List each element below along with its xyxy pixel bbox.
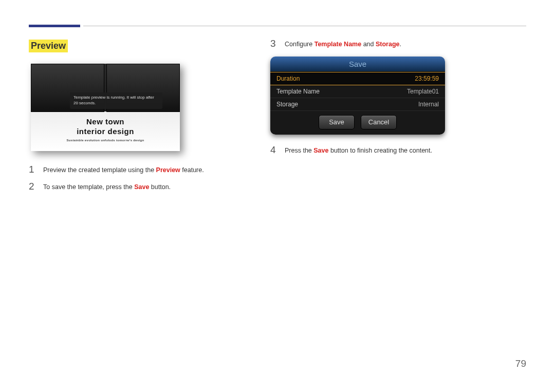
dialog-row-duration[interactable]: Duration 23:59:59 [270,72,445,85]
step-text: Configure Template Name and Storage. [285,40,401,49]
preview-title: New town interior design [31,117,180,137]
keyword: Storage [376,41,400,48]
save-button[interactable]: Save [319,115,355,129]
row-value: 23:59:59 [415,75,439,82]
left-column: Preview Template preview is running. It … [29,40,250,199]
steps-left: 1 Preview the created template using the… [29,165,250,192]
header-rule [29,25,526,27]
step-3: 3 Configure Template Name and Storage. [270,40,526,49]
template-preview-thumbnail: Template preview is running. It will sto… [31,64,180,151]
step-4: 4 Press the Save button to finish creati… [270,146,526,156]
preview-tooltip: Template preview is running. It will sto… [70,92,162,109]
row-label: Storage [276,101,298,108]
step-1: 1 Preview the created template using the… [29,165,250,175]
dialog-row-template-name[interactable]: Template Name Template01 [270,85,445,98]
header-accent-bar [29,25,80,27]
dialog-row-storage[interactable]: Storage Internal [270,98,445,111]
step-text: Preview the created template using the P… [43,165,204,175]
cancel-button[interactable]: Cancel [361,115,397,129]
preview-title-line2: interior design [77,127,134,136]
row-value: Template01 [407,88,439,95]
row-label: Duration [276,75,300,82]
dialog-title: Save [270,57,445,72]
row-value: Internal [418,101,439,108]
keyword: Save [134,183,149,191]
preview-subtitle: Sustainble evolution unfolods tomorrw's … [31,139,180,142]
row-label: Template Name [276,88,320,95]
keyword: Preview [156,166,180,174]
step-text: Press the Save button to finish creating… [285,146,432,156]
right-column: 3 Configure Template Name and Storage. S… [270,40,526,199]
step-number: 4 [270,145,278,155]
preview-title-line1: New town [86,117,124,126]
keyword: Template Name [314,41,361,48]
step-2: 2 To save the template, press the Save b… [29,182,250,192]
section-heading: Preview [29,40,68,52]
step-number: 3 [270,39,278,48]
step-number: 2 [29,181,36,191]
save-dialog: Save Duration 23:59:59 Template Name Tem… [270,57,445,135]
step-text: To save the template, press the Save but… [43,182,171,192]
header-divider [83,26,526,26]
page-number: 79 [515,358,526,369]
keyword: Save [313,147,328,154]
step-number: 1 [29,164,36,174]
